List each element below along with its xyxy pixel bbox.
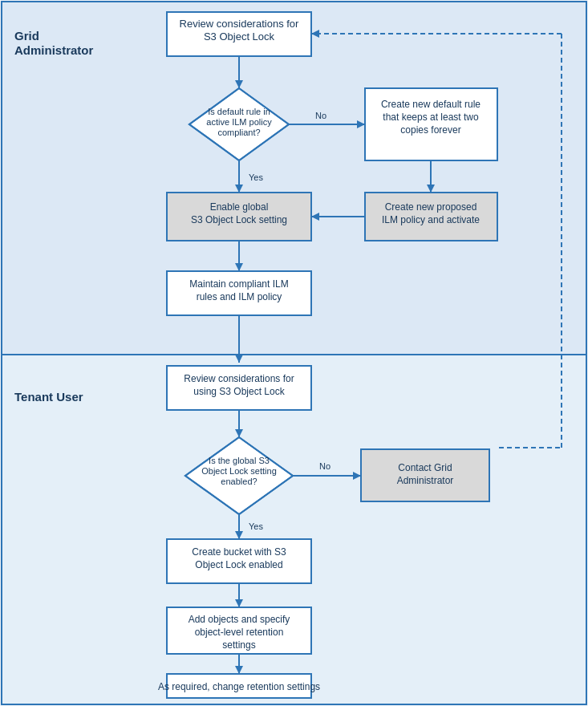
new-rule-text2: that keeps at least two — [383, 112, 479, 123]
contact-admin-text2: Administrator — [397, 475, 454, 486]
admin-label: Grid — [14, 29, 39, 43]
no-label1: No — [315, 111, 326, 120]
decision1-text3: compliant? — [217, 128, 260, 137]
maintain-text2: rules and ILM policy — [197, 291, 282, 302]
review-text2: S3 Object Lock — [204, 30, 275, 43]
contact-admin-text1: Contact Grid — [398, 462, 452, 473]
new-policy-text1: Create new proposed — [385, 201, 477, 213]
add-objects-text1: Add objects and specify — [189, 614, 290, 625]
create-bucket-text1: Create bucket with S3 — [192, 546, 286, 558]
change-settings-text1: As required, change retention settings — [158, 681, 320, 692]
decision2-text3: enabled? — [221, 477, 257, 486]
decision2-text1: Is the global S3 — [209, 456, 270, 465]
new-rule-text3: copies forever — [400, 124, 460, 136]
yes-label2: Yes — [249, 521, 263, 531]
no-label2: No — [319, 461, 330, 471]
yes-label1: Yes — [249, 172, 263, 182]
decision1-text2: active ILM policy — [206, 117, 272, 127]
create-bucket-text2: Object Lock enabled — [195, 559, 282, 570]
maintain-text1: Maintain compliant ILM — [189, 278, 288, 290]
add-objects-text3: settings — [222, 639, 255, 651]
admin-label2: Administrator — [14, 43, 94, 57]
tenant-label: Tenant User — [14, 390, 83, 404]
new-rule-text1: Create new default rule — [381, 99, 481, 110]
tenant-review-text2: using S3 Object Lock — [193, 386, 285, 397]
review-text1: Review considerations for — [180, 18, 300, 30]
enable-global-text1: Enable global — [210, 201, 269, 213]
new-policy-text2: ILM policy and activate — [382, 214, 480, 225]
tenant-review-text1: Review considerations for — [184, 373, 294, 384]
decision1-text1: Is default rule in — [208, 107, 270, 116]
enable-global-text2: S3 Object Lock setting — [191, 214, 287, 225]
decision2-text2: Object Lock setting — [201, 466, 277, 476]
add-objects-text2: object-level retention — [195, 627, 284, 638]
